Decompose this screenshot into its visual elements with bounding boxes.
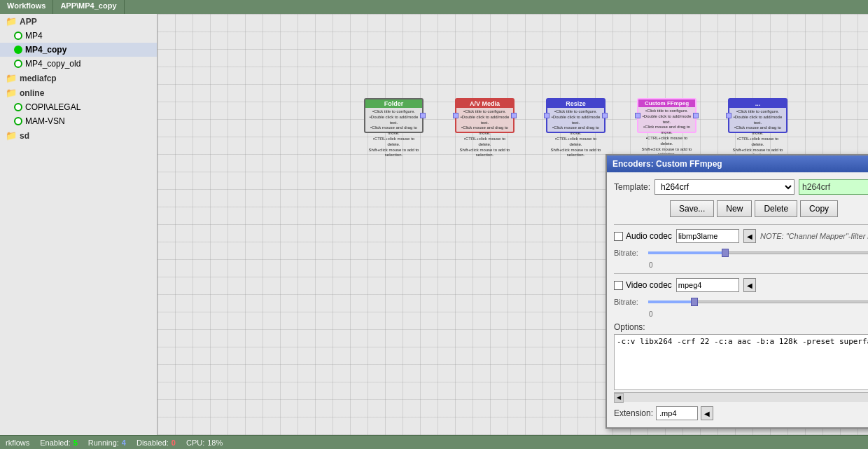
- template-row: Template: h264crf: [614, 179, 868, 195]
- main-area: 📁 APP MP4 MP4_copy MP4_copy_old 📁 media: [0, 14, 868, 435]
- audio-range-min: 0: [649, 261, 653, 269]
- status-cpu-value: 18%: [207, 438, 223, 447]
- video-codec-checkbox[interactable]: [614, 281, 623, 290]
- audio-codec-input[interactable]: [676, 229, 739, 243]
- extension-label: Extension:: [614, 408, 653, 418]
- encoders-dialog: Encoders: Custom FFmpeg ✕ Template: h264…: [606, 154, 868, 429]
- video-slider-thumb[interactable]: [691, 298, 698, 306]
- node-resize[interactable]: Resize •Click title to configure.•Double…: [546, 98, 606, 133]
- sidebar-label-mamvsn: MAM-VSN: [25, 116, 65, 126]
- node-av-connector-l: [453, 113, 458, 118]
- video-range-labels: 0 10000: [614, 310, 868, 318]
- status-bar: rkflows Enabled: 5 Running: 4 Disabled: …: [0, 435, 868, 449]
- sidebar-item-copialegal[interactable]: COPI\ALEGAL: [0, 100, 157, 114]
- folder-icon-online: 📁: [6, 88, 17, 98]
- status-disabled-value: 0: [172, 438, 176, 447]
- audio-slider-thumb[interactable]: [722, 249, 729, 257]
- template-label: Template:: [614, 182, 650, 192]
- extension-input[interactable]: [656, 406, 698, 420]
- sidebar-item-mp4copyold[interactable]: MP4_copy_old: [0, 57, 157, 71]
- node-folder-body: •Click title to configure.•Double click …: [365, 108, 422, 160]
- node-folder-connector: [420, 113, 426, 118]
- node-custom-connector-r: [693, 113, 699, 118]
- audio-bitrate-slider[interactable]: [648, 247, 868, 258]
- delete-button[interactable]: Delete: [755, 200, 797, 217]
- dialog-title: Encoders: Custom FFmpeg: [612, 159, 722, 169]
- scroll-track-h[interactable]: [624, 393, 868, 402]
- folder-icon-app: 📁: [6, 16, 17, 27]
- node-av-title: A/V Media: [456, 99, 513, 108]
- sidebar-label-online: online: [20, 88, 44, 98]
- extension-arrow[interactable]: ◀: [701, 406, 713, 420]
- node-custom-ffmpeg[interactable]: Custom FFmpeg •Click title to configure.…: [637, 98, 696, 133]
- sidebar-item-mamvsn[interactable]: MAM-VSN: [0, 114, 157, 128]
- status-running-value: 4: [122, 438, 126, 447]
- audio-range-labels: 0 512: [614, 261, 868, 269]
- audio-codec-checkbox[interactable]: [614, 232, 623, 241]
- template-input[interactable]: [799, 179, 868, 195]
- status-running-label: Running:: [88, 438, 119, 447]
- sidebar-label-app: APP: [20, 17, 37, 27]
- sidebar-item-online[interactable]: 📁 online: [0, 85, 157, 100]
- node-av-media[interactable]: A/V Media •Click title to configure.•Dou…: [455, 98, 514, 133]
- node-resize-connector-l: [544, 113, 550, 118]
- node-folder-title: Folder: [365, 99, 422, 108]
- audio-codec-label: Audio codec: [614, 231, 672, 241]
- status-disabled-label: Disabled:: [136, 438, 169, 447]
- video-codec-input[interactable]: [676, 278, 739, 292]
- sidebar-label-copialegal: COPI\ALEGAL: [25, 102, 80, 112]
- video-codec-text: Video codec: [626, 280, 672, 290]
- scroll-left-btn[interactable]: ◀: [614, 393, 624, 403]
- node-custom-body: •Click title to configure.•Double click …: [638, 107, 695, 159]
- copy-button[interactable]: Copy: [800, 200, 838, 217]
- top-bar-workflows: Workflows: [0, 0, 53, 14]
- video-bitrate-slider[interactable]: [648, 296, 868, 308]
- template-select[interactable]: h264crf: [654, 179, 794, 195]
- app-container: Workflows APP\MP4_copy 📁 APP MP4 MP4_cop…: [0, 0, 868, 449]
- save-button[interactable]: Save...: [670, 200, 714, 217]
- sidebar-item-sd[interactable]: 📁 sd: [0, 128, 157, 143]
- node-output-body: •Click title to configure.•Double click …: [729, 108, 786, 160]
- node-output-title: ...: [729, 99, 786, 108]
- top-bar: Workflows APP\MP4_copy: [0, 0, 868, 14]
- dot-mamvsn: [14, 117, 22, 125]
- sidebar-item-mp4[interactable]: MP4: [0, 29, 157, 43]
- new-button[interactable]: New: [717, 200, 752, 217]
- options-textarea[interactable]: [614, 334, 868, 390]
- status-workflows-label: rkflows: [6, 438, 29, 447]
- node-resize-title: Resize: [547, 99, 604, 108]
- buttons-row: Save... New Delete Copy: [614, 200, 868, 217]
- options-scrollbar-h[interactable]: ◀ ▶: [614, 392, 868, 402]
- video-range-min: 0: [649, 310, 653, 318]
- audio-codec-arrow[interactable]: ◀: [743, 229, 756, 243]
- dot-mp4: [14, 32, 22, 40]
- video-slider-fill: [648, 301, 694, 303]
- sidebar: 📁 APP MP4 MP4_copy MP4_copy_old 📁 media: [0, 14, 158, 435]
- status-disabled: Disabled: 0: [136, 438, 176, 447]
- canvas-area[interactable]: Folder •Click title to configure.•Double…: [158, 14, 868, 435]
- video-bitrate-label: Bitrate:: [614, 298, 645, 306]
- video-codec-label: Video codec: [614, 280, 672, 290]
- audio-note: NOTE: "Channel Mapper"-filter is needed …: [760, 232, 868, 240]
- sidebar-label-mp4copyold: MP4_copy_old: [25, 59, 80, 69]
- status-enabled: Enabled: 5: [40, 438, 78, 447]
- video-bitrate-row: Bitrate: ◀: [614, 295, 868, 309]
- extension-row: Extension: ◀: [614, 406, 868, 420]
- sidebar-label-sd: sd: [20, 131, 29, 141]
- node-resize-body: •Click title to configure.•Double click …: [547, 108, 604, 160]
- options-label: Options:: [614, 322, 868, 332]
- node-output[interactable]: ... •Click title to configure.•Double cl…: [728, 98, 788, 133]
- audio-codec-text: Audio codec: [626, 231, 672, 241]
- sidebar-item-mp4copy[interactable]: MP4_copy: [0, 43, 157, 57]
- node-folder[interactable]: Folder •Click title to configure.•Double…: [364, 98, 424, 133]
- sidebar-label-mp4copy: MP4_copy: [25, 45, 66, 55]
- audio-codec-row: Audio codec ◀ NOTE: "Channel Mapper"-fil…: [614, 229, 868, 243]
- dialog-titlebar: Encoders: Custom FFmpeg ✕: [607, 156, 868, 172]
- video-codec-arrow[interactable]: ◀: [743, 278, 756, 292]
- sidebar-item-app[interactable]: 📁 APP: [0, 14, 157, 29]
- sidebar-label-mp4: MP4: [25, 31, 43, 41]
- sidebar-item-mediafcp[interactable]: 📁 mediafcp: [0, 71, 157, 85]
- dialog-body: Template: h264crf Save... New Delete Cop…: [607, 172, 868, 427]
- status-running: Running: 4: [88, 438, 126, 447]
- folder-icon-mediafcp: 📁: [6, 73, 17, 83]
